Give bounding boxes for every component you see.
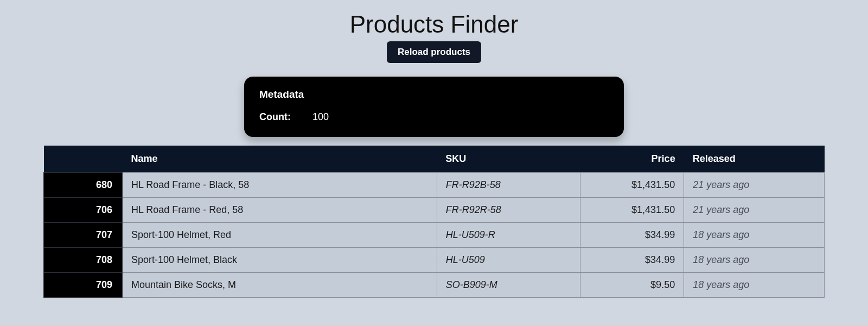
col-header-released: Released <box>684 146 825 173</box>
metadata-count-label: Count: <box>259 111 291 123</box>
products-table: Name SKU Price Released 680HL Road Frame… <box>43 146 825 298</box>
reload-products-button[interactable]: Reload products <box>387 41 481 63</box>
table-row: 706HL Road Frame - Red, 58FR-R92R-58$1,4… <box>44 198 825 223</box>
col-header-sku: SKU <box>437 146 580 173</box>
cell-released: 18 years ago <box>684 223 825 248</box>
cell-name: Mountain Bike Socks, M <box>122 273 437 298</box>
cell-price: $34.99 <box>580 248 684 273</box>
cell-sku: HL-U509-R <box>437 223 580 248</box>
cell-price: $1,431.50 <box>580 198 684 223</box>
col-header-id <box>44 146 123 173</box>
cell-sku: FR-R92B-58 <box>437 173 580 198</box>
metadata-count-value: 100 <box>312 111 329 123</box>
cell-id: 708 <box>44 248 123 273</box>
table-row: 708Sport-100 Helmet, BlackHL-U509$34.991… <box>44 248 825 273</box>
metadata-heading: Metadata <box>259 89 609 101</box>
cell-name: HL Road Frame - Black, 58 <box>122 173 437 198</box>
cell-released: 18 years ago <box>684 248 825 273</box>
page-title: Products Finder <box>350 11 519 38</box>
table-row: 709Mountain Bike Socks, MSO-B909-M$9.501… <box>44 273 825 298</box>
cell-price: $34.99 <box>580 223 684 248</box>
cell-id: 680 <box>44 173 123 198</box>
metadata-card: Metadata Count: 100 <box>244 77 624 137</box>
cell-id: 707 <box>44 223 123 248</box>
cell-released: 21 years ago <box>684 198 825 223</box>
cell-released: 21 years ago <box>684 173 825 198</box>
cell-sku: HL-U509 <box>437 248 580 273</box>
products-table-wrap: Name SKU Price Released 680HL Road Frame… <box>43 146 825 298</box>
cell-released: 18 years ago <box>684 273 825 298</box>
col-header-price: Price <box>580 146 684 173</box>
cell-price: $9.50 <box>580 273 684 298</box>
col-header-name: Name <box>122 146 437 173</box>
cell-price: $1,431.50 <box>580 173 684 198</box>
cell-name: HL Road Frame - Red, 58 <box>122 198 437 223</box>
cell-sku: FR-R92R-58 <box>437 198 580 223</box>
table-row: 707Sport-100 Helmet, RedHL-U509-R$34.991… <box>44 223 825 248</box>
cell-id: 706 <box>44 198 123 223</box>
cell-id: 709 <box>44 273 123 298</box>
cell-name: Sport-100 Helmet, Black <box>122 248 437 273</box>
table-row: 680HL Road Frame - Black, 58FR-R92B-58$1… <box>44 173 825 198</box>
cell-sku: SO-B909-M <box>437 273 580 298</box>
cell-name: Sport-100 Helmet, Red <box>122 223 437 248</box>
